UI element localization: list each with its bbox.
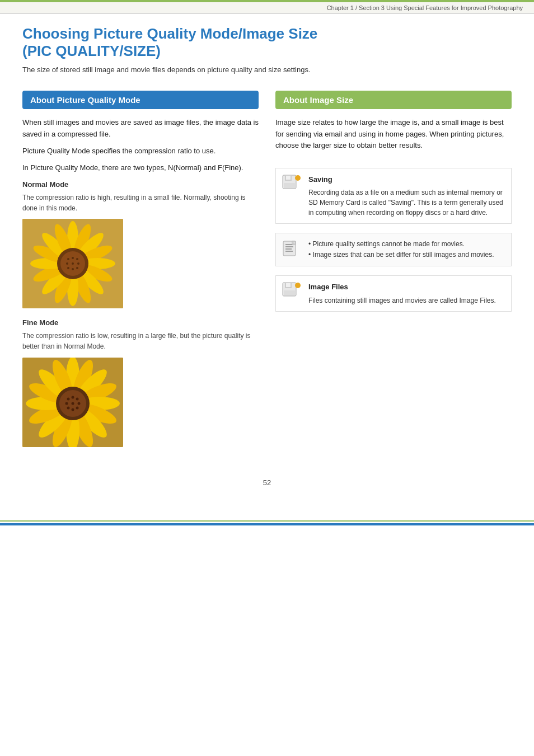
svg-point-47	[67, 397, 70, 400]
left-column: About Picture Quality Mode When still im…	[22, 91, 259, 456]
saving-icon	[282, 174, 302, 194]
svg-point-48	[72, 396, 74, 398]
svg-point-24	[77, 262, 79, 265]
normal-mode-flower-image	[22, 219, 123, 308]
image-files-title: Image Files	[308, 281, 505, 293]
fine-mode-flower-image	[22, 358, 123, 447]
svg-point-53	[67, 406, 70, 409]
svg-point-23	[72, 262, 74, 265]
svg-point-55	[76, 406, 79, 409]
normal-mode-title: Normal Mode	[22, 179, 259, 190]
fine-mode-title: Fine Mode	[22, 317, 259, 328]
svg-point-54	[72, 408, 74, 411]
image-files-icon	[282, 281, 302, 302]
quality-body-p3: In Picture Quality Mode, there are two t…	[22, 162, 259, 173]
svg-point-25	[67, 267, 69, 269]
bullets-box: Picture quality settings cannot be made …	[275, 233, 512, 266]
quality-mode-header: About Picture Quality Mode	[22, 91, 259, 109]
breadcrumb: Chapter 1 / Section 3 Using Special Feat…	[327, 4, 523, 11]
svg-point-72	[295, 283, 301, 288]
svg-point-22	[66, 262, 68, 265]
bottom-border-blue	[0, 523, 534, 525]
quality-body-p2: Picture Quality Mode specifies the compr…	[22, 145, 259, 157]
bullet-list: Picture quality settings cannot be made …	[308, 239, 494, 260]
bullet-item-1: Picture quality settings cannot be made …	[308, 239, 494, 250]
svg-point-26	[72, 268, 74, 270]
image-files-content: Image Files Files containing still image…	[308, 281, 505, 305]
saving-info-box: Saving Recording data as a file on a med…	[275, 168, 512, 224]
svg-point-50	[65, 402, 68, 405]
image-files-info-box: Image Files Files containing still image…	[275, 275, 512, 311]
svg-rect-59	[284, 183, 295, 188]
svg-rect-71	[284, 290, 295, 295]
saving-content: Saving Recording data as a file on a med…	[308, 174, 505, 218]
normal-mode-desc: The compression ratio is high, resulting…	[22, 192, 259, 213]
svg-point-52	[78, 402, 81, 405]
svg-point-20	[72, 257, 74, 259]
svg-point-51	[72, 402, 74, 405]
page-number: 52	[263, 478, 271, 487]
svg-rect-58	[286, 176, 291, 180]
page-subtitle: The size of stored still image and movie…	[22, 65, 512, 74]
saving-title: Saving	[308, 174, 505, 185]
svg-point-60	[295, 175, 301, 181]
saving-text: Recording data as a file on a medium suc…	[308, 187, 505, 218]
svg-point-21	[76, 258, 78, 260]
svg-point-19	[67, 258, 69, 260]
svg-rect-70	[286, 283, 291, 287]
svg-point-27	[76, 267, 78, 269]
note-icon	[282, 239, 302, 259]
image-files-text: Files containing still images and movies…	[308, 295, 505, 306]
page-title: Choosing Picture Quality Mode/Image Size…	[22, 25, 512, 60]
bullets-content: Picture quality settings cannot be made …	[308, 239, 494, 260]
bullet-item-2: Image sizes that can be set differ for s…	[308, 250, 494, 260]
fine-mode-desc: The compression ratio is low, resulting …	[22, 331, 259, 351]
bottom-border-green	[0, 520, 534, 522]
image-size-header: About Image Size	[275, 91, 512, 109]
svg-point-49	[76, 397, 79, 400]
quality-body-p1: When still images and movies are saved a…	[22, 117, 259, 139]
image-size-body: Image size relates to how large the imag…	[275, 117, 512, 151]
right-column: About Image Size Image size relates to h…	[275, 91, 512, 456]
